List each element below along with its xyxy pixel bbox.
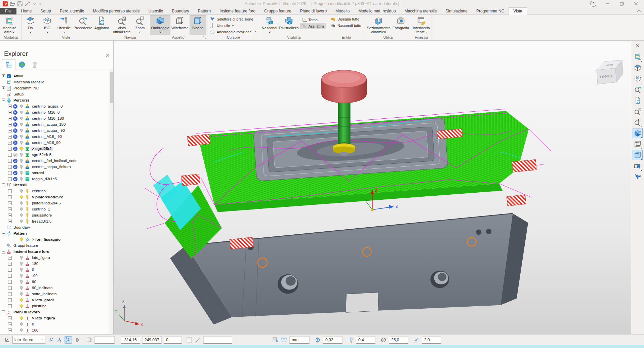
view-mode-button[interactable] (633, 52, 643, 62)
assi-attivi-button[interactable]: YZXAssi attivi (300, 23, 326, 29)
tab-modello-mat-residuo[interactable]: Modello mat. residuo (354, 8, 400, 14)
explorer-tab-trash[interactable] (28, 60, 41, 70)
tolerance-value-field[interactable]: 0,02 (323, 336, 343, 344)
restore-button[interactable] (619, 1, 625, 6)
tree-item[interactable]: centrini_fori_inclinati_sotto (0, 158, 113, 164)
coord-z-field[interactable]: 0 (164, 336, 182, 344)
grid-size-field[interactable] (94, 336, 115, 344)
tree-item[interactable]: centrini_acqua_finitura (0, 164, 113, 170)
thickness-value-field[interactable]: 0,4 (356, 336, 375, 344)
fotografia-button[interactable]: Fotografia (392, 15, 410, 35)
expander-icon[interactable] (8, 322, 12, 326)
zoom-fit-button[interactable] (633, 106, 643, 116)
expander-icon[interactable] (2, 86, 5, 90)
sezionamento-dinamico-button[interactable]: Sezionamentodinamico (366, 15, 391, 35)
expander-icon[interactable] (8, 292, 12, 296)
expander-icon[interactable] (8, 304, 12, 308)
expander-icon[interactable] (8, 141, 12, 145)
tree-item[interactable]: -90 (0, 273, 113, 279)
tree-item[interactable]: smussi (0, 170, 113, 176)
tab-boundary[interactable]: Boundary (167, 8, 193, 14)
view-iso-button[interactable] (633, 74, 643, 84)
grid-toggle-icon[interactable] (85, 336, 93, 344)
shaded-button[interactable] (633, 128, 643, 138)
expander-icon[interactable] (2, 250, 5, 254)
tree-item[interactable]: 180 (0, 261, 113, 267)
wireframe-button[interactable] (633, 139, 643, 149)
expander-icon[interactable] (8, 147, 12, 151)
rivisualizza-button[interactable]: Rivisualizza (278, 15, 299, 35)
clamp-icon[interactable] (73, 336, 81, 344)
tree-item[interactable]: raggio_d3r1e5 (0, 176, 113, 182)
coord-x-field[interactable]: -314,16 (121, 336, 140, 344)
expander-icon[interactable] (8, 262, 12, 266)
expander-icon[interactable] (8, 328, 12, 332)
qat-customize-icon[interactable] (38, 2, 42, 6)
expander-icon[interactable] (8, 135, 12, 139)
expander-icon[interactable] (8, 280, 12, 284)
tab-programma-nc[interactable]: Programma NC (472, 8, 509, 14)
expander-icon[interactable] (2, 183, 5, 187)
help-button[interactable]: ? (590, 1, 596, 7)
selettore-di-precisione-button[interactable]: Selettore di precisione (209, 16, 258, 22)
expander-icon[interactable] (8, 111, 12, 114)
expander-icon[interactable] (8, 286, 12, 290)
expander-icon[interactable] (8, 177, 12, 181)
select-undo-button[interactable] (633, 172, 643, 182)
tree-item[interactable]: piastrine (0, 303, 113, 309)
tree-item[interactable]: sgrd52r4e5 (0, 152, 113, 158)
tree-item[interactable]: Piani di lavoro (0, 309, 113, 315)
expander-icon[interactable] (8, 268, 12, 272)
explorer-close-icon[interactable] (105, 53, 110, 57)
tree-item[interactable]: > lato_figura (0, 315, 113, 321)
terna-button[interactable]: Terna (300, 16, 326, 23)
tab-pattern[interactable]: Pattern (194, 8, 215, 14)
expander-icon[interactable] (8, 189, 12, 193)
expander-icon[interactable] (8, 220, 12, 223)
tree-item[interactable]: 90 (0, 279, 113, 285)
tab-vista[interactable]: Vista (509, 7, 527, 15)
tree-item[interactable]: Insiemi feature foro (0, 248, 113, 255)
tree-item[interactable]: > platorellod25r2 (0, 194, 113, 200)
tab-perc-utensile[interactable]: Perc. utensile (55, 8, 89, 14)
measure-field[interactable] (203, 336, 232, 344)
expander-icon[interactable] (8, 256, 12, 260)
expander-icon[interactable] (8, 171, 12, 175)
utensile-button[interactable]: Utensile (209, 22, 258, 29)
expander-icon[interactable] (8, 165, 12, 169)
coord-y-field[interactable]: 249,037 (142, 336, 162, 344)
qat-dropdown-icon[interactable] (32, 2, 36, 6)
tree-item[interactable]: > fori_fissaggio (0, 236, 113, 242)
stepdown-value-field[interactable]: 2,0 (422, 336, 441, 344)
tree-item[interactable]: platorellod52r4.5 (0, 200, 113, 206)
tab-utensile[interactable]: Utensile (144, 8, 167, 14)
scrollbar-thumb[interactable] (110, 72, 113, 103)
expander-icon[interactable] (2, 232, 5, 235)
nascondi-button[interactable]: Nascondi (261, 15, 278, 35)
tree-item[interactable]: Percorsi (0, 97, 113, 103)
collapse-ribbon-icon[interactable] (637, 9, 641, 13)
view-along-y-icon[interactable]: Y (56, 336, 63, 344)
workplane-indicator-icon[interactable] (3, 336, 11, 344)
interfaccia-utente-button[interactable]: Interfacciautente (412, 15, 431, 35)
tab-piano-di-lavoro[interactable]: Piano di lavoro (296, 8, 331, 14)
expander-icon[interactable] (8, 129, 12, 132)
expander-icon[interactable] (8, 298, 12, 302)
tree-item[interactable]: 0 (0, 321, 113, 327)
tree-item[interactable]: lato_figura (0, 255, 113, 261)
view-along-z-icon[interactable]: Z (65, 336, 72, 344)
tree-item[interactable]: > lato_gradi (0, 297, 113, 303)
wireframe-button[interactable]: Wireframe (170, 15, 190, 35)
block-button[interactable] (633, 150, 643, 160)
da-button[interactable]: Da (22, 15, 39, 35)
expander-icon[interactable] (2, 74, 5, 78)
minimize-button[interactable] (605, 1, 610, 6)
tree-item[interactable]: centrini_M16_90 (0, 140, 113, 146)
expander-icon[interactable] (8, 195, 12, 199)
close-button[interactable] (633, 1, 639, 6)
tree-item[interactable]: Macchina utensile (0, 79, 113, 85)
draw-tool-icon[interactable] (25, 1, 30, 6)
blocco-button[interactable]: Blocco (190, 15, 206, 35)
tree-item[interactable]: sotto_inclinato (0, 291, 113, 297)
expander-icon[interactable] (8, 123, 12, 126)
